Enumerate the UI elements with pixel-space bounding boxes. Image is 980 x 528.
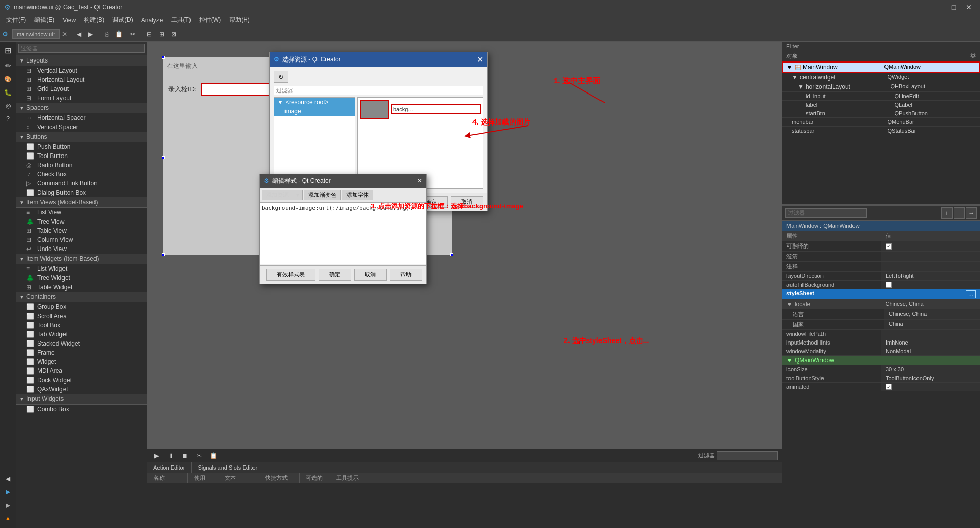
checkbox-animated[interactable]: ✓ (886, 384, 892, 390)
val-stylesheet[interactable]: ... (881, 289, 980, 299)
icon-design[interactable]: 🎨 (2, 74, 14, 85)
checkbox-translatable[interactable]: ✓ (886, 243, 892, 250)
object-row-menubar[interactable]: menubar QMenuBar (782, 118, 980, 127)
filename-tab[interactable]: mainwindow.ui* (12, 29, 60, 39)
item-vertical-layout[interactable]: ⊟ Vertical Layout (16, 66, 147, 75)
item-horizontal-layout[interactable]: ⊞ Horizontal Layout (16, 75, 147, 84)
props-minus-btn[interactable]: − (954, 207, 965, 219)
item-frame[interactable]: ⬜ Frame (16, 348, 147, 357)
item-combo-box[interactable]: ⬜ Combo Box (16, 405, 147, 414)
section-item-widgets[interactable]: ▼ Item Widgets (Item-Based) (16, 254, 147, 264)
menu-edit[interactable]: 编辑(E) (30, 15, 58, 25)
val-autofill[interactable] (881, 281, 980, 289)
section-item-views[interactable]: ▼ Item Views (Model-Based) (16, 197, 147, 208)
section-layouts[interactable]: ▼ Layouts (16, 55, 147, 66)
lower-filter-input[interactable] (717, 451, 778, 460)
props-filter-input[interactable] (785, 208, 867, 218)
style-dialog-close[interactable]: ✕ (417, 177, 422, 184)
object-row-hlayout[interactable]: ▼ horizontalLayout QHBoxLayout (782, 82, 980, 92)
object-row-statusbar[interactable]: statusbar QStatusBar (782, 127, 980, 135)
object-row-centralwidget[interactable]: ▼ centralwidget QWidget (782, 73, 980, 82)
close-button[interactable]: ✕ (962, 2, 976, 13)
action-btn-4[interactable]: ✂ (194, 451, 204, 461)
toolbar-back[interactable]: ◀ (74, 29, 84, 39)
add-resource-arrow[interactable]: ▼ (293, 191, 302, 199)
minimize-button[interactable]: — (931, 2, 945, 13)
object-row-startbtn[interactable]: startBtn QPushButton (782, 109, 980, 118)
item-scroll-area[interactable]: ⬜ Scroll Area (16, 312, 147, 321)
item-group-box[interactable]: ⬜ Group Box (16, 302, 147, 312)
menu-view[interactable]: View (58, 16, 80, 25)
item-tab-widget[interactable]: ⬜ Tab Widget (16, 330, 147, 339)
icon-project[interactable]: ◎ (4, 100, 13, 111)
style-cancel-btn[interactable]: 取消 (354, 269, 387, 281)
icon-help[interactable]: ? (4, 113, 12, 125)
action-btn-5[interactable]: 📋 (208, 451, 218, 461)
menu-tools[interactable]: 工具(T) (167, 15, 195, 25)
sidebar-filter-input[interactable] (18, 44, 145, 53)
icon-arrow-up[interactable]: ▲ (3, 513, 13, 524)
toolbar-layout3[interactable]: ⊠ (168, 29, 179, 39)
add-resource-dropdown[interactable]: 添加资源 ▼ (262, 190, 303, 200)
icon-play-debug[interactable]: ▶ (4, 500, 12, 511)
icon-arrow-left[interactable]: ◀ (4, 473, 12, 484)
add-color-btn[interactable]: 添加字体 (342, 190, 373, 200)
item-radio-button[interactable]: ◎ Radio Button (16, 161, 147, 170)
checkbox-autofill[interactable] (886, 282, 892, 288)
icon-debug[interactable]: 🐛 (2, 87, 14, 98)
action-btn-2[interactable]: ⏸ (166, 451, 176, 461)
item-check-box[interactable]: ☑ Check Box (16, 170, 147, 179)
val-translatable[interactable]: ✓ (881, 241, 980, 251)
props-section-locale[interactable]: ▼ locale Chinese, China (782, 300, 980, 309)
toolbar-copy[interactable]: ⎘ (102, 29, 111, 39)
icon-play[interactable]: ▶ (4, 486, 12, 498)
toolbar-layout1[interactable]: ⊟ (144, 29, 155, 39)
section-buttons[interactable]: ▼ Buttons (16, 132, 147, 142)
section-input-widgets[interactable]: ▼ Input Widgets (16, 394, 147, 405)
add-gradient-btn[interactable]: 添加渐变色 (304, 190, 341, 200)
item-tree-widget[interactable]: 🌲 Tree Widget (16, 273, 147, 283)
item-table-widget[interactable]: ⊞ Table Widget (16, 283, 147, 292)
item-form-layout[interactable]: ⊟ Form Layout (16, 94, 147, 103)
props-arrow-btn[interactable]: → (966, 207, 977, 219)
menu-build[interactable]: 构建(B) (80, 15, 108, 25)
item-tree-view[interactable]: 🌲 Tree View (16, 217, 147, 226)
style-confirm-btn[interactable]: 确定 (319, 269, 351, 281)
item-undo-view[interactable]: ↩ Undo View (16, 244, 147, 254)
signals-tab[interactable]: Signals and Slots Editor (192, 462, 263, 473)
action-btn-3[interactable]: ⏹ (180, 451, 190, 461)
toolbar-paste[interactable]: 📋 (112, 29, 126, 39)
item-push-button[interactable]: ⬜ Push Button (16, 142, 147, 151)
valid-styles-btn[interactable]: 有效样式表 (266, 269, 315, 281)
item-vertical-spacer[interactable]: ↕ Vertical Spacer (16, 122, 147, 132)
menu-debug[interactable]: 调试(D) (108, 15, 137, 25)
item-grid-layout[interactable]: ⊞ Grid Layout (16, 84, 147, 94)
section-containers[interactable]: ▼ Containers (16, 292, 147, 302)
object-row-label[interactable]: label QLabel (782, 101, 980, 109)
resource-dialog-close[interactable]: ✕ (477, 55, 483, 65)
item-tool-button[interactable]: ⬜ Tool Button (16, 151, 147, 161)
item-mdi-area[interactable]: ⬜ MDI Area (16, 366, 147, 376)
resource-image-item[interactable]: image (274, 107, 355, 116)
item-stacked-widget[interactable]: ⬜ Stacked Widget (16, 339, 147, 348)
item-command-link-button[interactable]: ▷ Command Link Button (16, 179, 147, 188)
object-row-mainwindow[interactable]: ▼ 🪟 MainWindow QMainWindow (782, 61, 980, 73)
props-plus-btn[interactable]: + (941, 207, 953, 219)
maximize-button[interactable]: □ (946, 2, 961, 13)
item-horizontal-spacer[interactable]: ↔ Horizontal Spacer (16, 113, 147, 122)
object-row-idinput[interactable]: id_input QLineEdit (782, 92, 980, 101)
action-btn-1[interactable]: ▶ (151, 451, 162, 461)
toolbar-layout2[interactable]: ⊞ (156, 29, 167, 39)
resource-root-item[interactable]: ▼ <resource root> (274, 98, 355, 107)
item-column-view[interactable]: ⊟ Column View (16, 235, 147, 244)
item-tool-box[interactable]: ⬜ Tool Box (16, 321, 147, 330)
style-help-btn[interactable]: 帮助 (390, 269, 422, 281)
props-row-stylesheet[interactable]: styleSheet ... (782, 289, 980, 300)
item-list-widget[interactable]: ≡ List Widget (16, 264, 147, 273)
refresh-button[interactable]: ↻ (274, 71, 288, 83)
menu-controls[interactable]: 控件(W) (195, 15, 225, 25)
resource-filter-input[interactable] (274, 86, 483, 95)
item-widget[interactable]: ⬜ Widget (16, 357, 147, 366)
toolbar-forward[interactable]: ▶ (85, 29, 96, 39)
item-table-view[interactable]: ⊞ Table View (16, 226, 147, 235)
